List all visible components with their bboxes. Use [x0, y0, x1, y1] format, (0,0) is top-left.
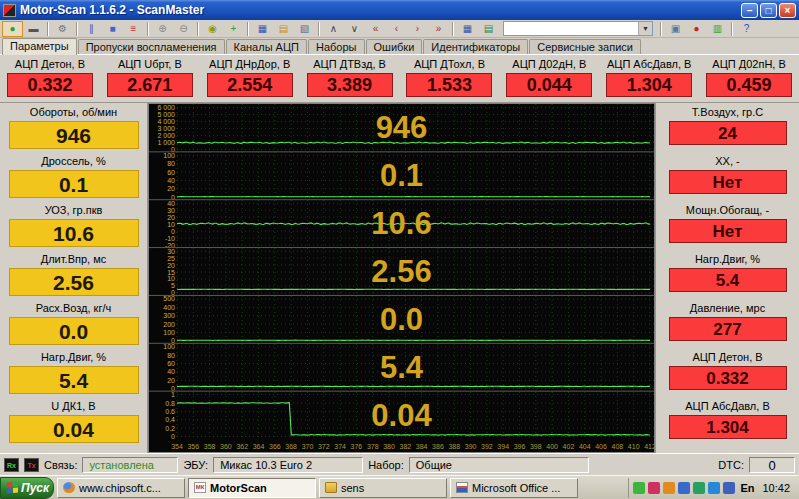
office-icon — [456, 482, 468, 493]
connect-button[interactable]: ● — [2, 21, 23, 37]
tab-5[interactable]: Ошибки — [366, 39, 423, 54]
add-icon: + — [231, 24, 237, 34]
disconnect-button[interactable]: ▬ — [23, 21, 44, 37]
svg-text:40: 40 — [167, 177, 175, 184]
set-label: Набор: — [368, 459, 404, 471]
parameter-value: 5.4 — [669, 268, 787, 292]
zoom-out-button[interactable]: ⊖ — [173, 21, 194, 37]
toolbar-separator — [76, 22, 78, 36]
tab-7[interactable]: Сервисные записи — [529, 39, 641, 54]
stop-button[interactable]: ■ — [102, 21, 123, 37]
close-button[interactable]: × — [779, 3, 796, 18]
minimize-button[interactable]: – — [741, 3, 758, 18]
dataset-combobox[interactable]: ▼ — [503, 21, 653, 36]
tab-2[interactable]: Пропуски воспламенения — [78, 39, 225, 54]
motorscan-icon: МК — [194, 482, 206, 493]
adc-value: 0.332 — [7, 73, 93, 97]
tab-6[interactable]: Идентификаторы — [423, 39, 528, 54]
ecu-button[interactable]: ◉ — [202, 21, 223, 37]
prev-button[interactable]: ‹ — [386, 21, 407, 37]
parameter-value: Нет — [669, 219, 787, 243]
svg-text:0.4: 0.4 — [165, 416, 175, 423]
next-button[interactable]: › — [407, 21, 428, 37]
svg-text:370: 370 — [302, 443, 314, 450]
parameter-label: Нагр.Двиг, % — [656, 253, 799, 265]
antivirus-tray-icon[interactable] — [648, 482, 660, 494]
volume-tray-icon[interactable] — [633, 482, 645, 494]
tab-3[interactable]: Каналы АЦП — [226, 39, 307, 54]
svg-text:384: 384 — [416, 443, 428, 450]
svg-text:408: 408 — [612, 443, 624, 450]
set-name: Общие — [409, 457, 589, 473]
svg-text:1 000: 1 000 — [157, 139, 175, 146]
taskbar-task-www-chipsoft-c-[interactable]: www.chipsoft.c... — [57, 478, 185, 498]
parameter-value: 0.0 — [9, 317, 139, 345]
taskbar-task-microsoft-office-[interactable]: Microsoft Office ... — [450, 478, 578, 498]
help-button[interactable]: ? — [736, 21, 757, 37]
svg-text:80: 80 — [167, 352, 175, 359]
last-button[interactable]: » — [428, 21, 449, 37]
combobox-value[interactable] — [504, 22, 638, 35]
pause-button[interactable]: ∥ — [81, 21, 102, 37]
record-icon: ● — [693, 24, 699, 34]
settings-icon: ⚙ — [58, 24, 67, 34]
parameter-group: Обороты, об/мин946 — [0, 104, 147, 153]
settings-button[interactable]: ⚙ — [52, 21, 73, 37]
svg-text:4 000: 4 000 — [157, 118, 175, 125]
chevron-down-icon[interactable]: ▼ — [638, 22, 652, 35]
update-tray-icon[interactable] — [693, 482, 705, 494]
scroll-down-button[interactable]: ∨ — [344, 21, 365, 37]
pause-icon: ∥ — [89, 24, 94, 34]
add-button[interactable]: + — [223, 21, 244, 37]
adc-label: АЦП ДТохл, В — [400, 58, 500, 70]
app-icon — [3, 4, 16, 17]
svg-text:30: 30 — [167, 248, 175, 255]
scroll-up-button[interactable]: ∧ — [323, 21, 344, 37]
maximize-button[interactable]: □ — [760, 3, 777, 18]
taskbar-task-motorscan[interactable]: МКMotorScan — [188, 478, 316, 498]
ecu-icon: ◉ — [208, 24, 217, 34]
start-button[interactable]: Пуск — [0, 477, 54, 499]
svg-text:10: 10 — [167, 221, 175, 228]
first-button[interactable]: « — [365, 21, 386, 37]
svg-text:3 000: 3 000 — [157, 125, 175, 132]
task-buttons: www.chipsoft.c...МКMotorScansensMicrosof… — [57, 478, 623, 498]
tab-1[interactable]: Параметры — [2, 38, 77, 55]
adc-value: 0.044 — [506, 73, 592, 97]
start-label: Пуск — [21, 481, 49, 495]
report-button[interactable]: ▥ — [707, 21, 728, 37]
svg-text:100: 100 — [163, 329, 175, 336]
network-tray-icon[interactable] — [678, 482, 690, 494]
parameter-label: АЦП Детон, В — [656, 351, 799, 363]
save-set-button[interactable]: ▦ — [457, 21, 478, 37]
save-button[interactable]: ▦ — [252, 21, 273, 37]
svg-text:30: 30 — [167, 207, 175, 214]
svg-text:-10: -10 — [165, 235, 175, 242]
adc-cell: АЦП ДНрДор, В2.554 — [200, 55, 300, 102]
shield-tray-icon[interactable] — [663, 482, 675, 494]
record-button[interactable]: ● — [686, 21, 707, 37]
svg-text:386: 386 — [432, 443, 444, 450]
svg-text:10: 10 — [167, 275, 175, 282]
open-set-button[interactable]: ▤ — [478, 21, 499, 37]
svg-text:358: 358 — [204, 443, 216, 450]
document-tray-icon[interactable] — [723, 482, 735, 494]
open-icon: ▤ — [279, 24, 288, 34]
agent-tray-icon[interactable] — [708, 482, 720, 494]
log-button[interactable]: ≡ — [123, 21, 144, 37]
monitor-button[interactable]: ▣ — [665, 21, 686, 37]
parameter-group: Мощн.Обогащ, -Нет — [656, 202, 799, 251]
parameter-value: 2.56 — [9, 268, 139, 296]
svg-text:380: 380 — [383, 443, 395, 450]
export-button[interactable]: ▧ — [294, 21, 315, 37]
svg-text:398: 398 — [530, 443, 542, 450]
open-button[interactable]: ▤ — [273, 21, 294, 37]
taskbar-task-sens[interactable]: sens — [319, 478, 447, 498]
svg-text:60: 60 — [167, 169, 175, 176]
language-indicator[interactable]: En — [738, 482, 756, 494]
report-icon: ▥ — [713, 24, 722, 34]
zoom-in-button[interactable]: ⊕ — [152, 21, 173, 37]
tab-4[interactable]: Наборы — [308, 39, 365, 54]
connect-icon: ● — [9, 24, 15, 34]
parameter-label: Т.Воздух, гр.С — [656, 106, 799, 118]
